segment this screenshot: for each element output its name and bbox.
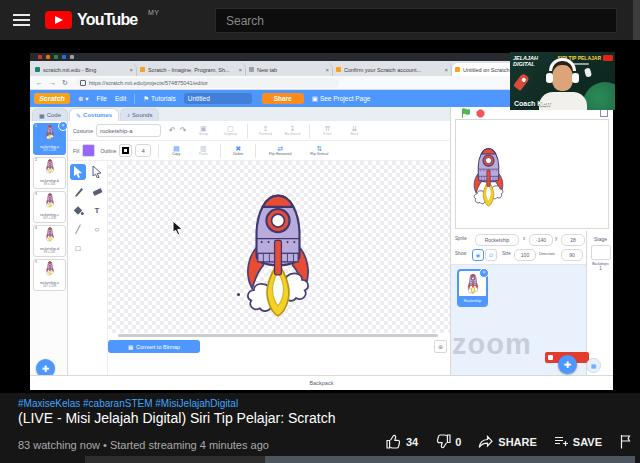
sprite-item-rocketship[interactable]: Rocketship × xyxy=(457,269,488,307)
share-button[interactable]: SHARE xyxy=(478,434,537,449)
forward-button[interactable]: ↥ Forward xyxy=(255,125,275,136)
dislike-button[interactable]: 0 xyxy=(435,434,461,449)
stop-icon[interactable] xyxy=(476,109,485,118)
costume-thumbnail xyxy=(45,227,55,242)
line-tool[interactable]: ╱ xyxy=(70,221,86,237)
costume-size: 98 x 205 xyxy=(34,183,65,186)
youtube-wordmark[interactable]: YouTube xyxy=(77,11,137,29)
flip-horizontal-button[interactable]: ⇄ Flip Horizontal xyxy=(263,145,297,156)
size-label: Size xyxy=(502,251,511,256)
rectangle-tool[interactable]: □ xyxy=(70,240,86,256)
ungroup-button[interactable]: ▢ Ungroup xyxy=(220,125,240,136)
tab-costumes[interactable]: ✎ Costumes xyxy=(69,108,119,122)
tab-close-icon[interactable]: × xyxy=(322,67,329,73)
reshape-tool[interactable] xyxy=(89,164,105,180)
delete-costume-badge[interactable]: × xyxy=(58,121,68,131)
stage-viewport[interactable] xyxy=(455,119,609,229)
search-input[interactable] xyxy=(215,8,617,33)
paint-canvas[interactable] xyxy=(108,161,450,333)
outline-color-swatch[interactable] xyxy=(119,144,132,157)
paste-button[interactable]: ▥ Paste xyxy=(193,145,213,156)
webcam-overlay: JELAJAH DIGITAL SIRI TIP PELAJAR Coach K… xyxy=(510,52,615,110)
select-tool[interactable] xyxy=(70,164,86,180)
copy-icon: ▤ xyxy=(173,145,180,152)
browser-tab-new-tab[interactable]: New tab × xyxy=(246,63,333,76)
tab-label: Sounds xyxy=(132,112,152,118)
sprite-name-input[interactable]: Rocketship xyxy=(475,234,519,246)
report-button[interactable] xyxy=(619,434,632,449)
stroke-width-input[interactable]: 4 xyxy=(135,144,151,157)
backward-button[interactable]: ↧ Backward xyxy=(282,125,302,136)
show-sprite-button[interactable]: ◉ xyxy=(472,249,484,261)
y-input[interactable]: 28 xyxy=(561,234,585,246)
delete-button[interactable]: ✖ Delete xyxy=(228,145,248,156)
flip-vertical-button[interactable]: ⇅ Flip Vertical xyxy=(304,145,334,156)
file-menu[interactable]: File xyxy=(97,95,107,102)
fullscreen-icon[interactable] xyxy=(600,109,608,117)
tab-close-icon[interactable]: × xyxy=(441,67,448,73)
back-button[interactable]: ⇊ Back xyxy=(344,125,364,136)
tab-sounds[interactable]: ♪ Sounds xyxy=(120,108,159,122)
url-omnibox[interactable]: https://scratch.mit.edu/projects/5748750… xyxy=(76,78,339,88)
canvas-zoom-control[interactable]: ⊕ xyxy=(434,340,447,353)
redo-icon[interactable]: ↷ xyxy=(180,126,187,135)
text-tool[interactable]: T xyxy=(89,202,105,218)
edit-menu[interactable]: Edit xyxy=(115,95,126,102)
delete-sprite-badge[interactable]: × xyxy=(479,268,489,278)
costume-item-2[interactable]: 2 rocketship-b 98 x 205 xyxy=(33,157,66,189)
see-project-page-link[interactable]: See Project Page xyxy=(320,95,371,102)
canvas-horizontal-scrollbar[interactable] xyxy=(118,334,438,337)
tab-close-icon[interactable]: × xyxy=(235,67,242,73)
menu-hamburger-icon[interactable] xyxy=(13,14,30,26)
backpack-bar[interactable]: Backpack xyxy=(30,375,613,390)
language-globe-icon[interactable]: ⊕ ▾ xyxy=(78,95,89,103)
back-icon[interactable]: ← xyxy=(36,79,43,86)
eraser-tool[interactable] xyxy=(89,183,105,199)
costume-number: 1 xyxy=(35,124,37,128)
fill-color-swatch[interactable] xyxy=(82,144,95,157)
size-input[interactable]: 100 xyxy=(514,249,536,261)
group-button[interactable]: ▣ Group xyxy=(193,125,213,136)
costume-item-3[interactable]: 3 rocketship-c 107 x 208 xyxy=(33,191,66,223)
undo-icon[interactable]: ↶ xyxy=(169,126,176,135)
video-player[interactable]: scratch.mit.edu - Bing × Scratch - Imagi… xyxy=(0,40,640,393)
hide-sprite-button[interactable]: ∅ xyxy=(485,249,497,261)
like-button[interactable]: 34 xyxy=(386,434,418,449)
brush-tool[interactable] xyxy=(70,183,86,199)
rocket-drawing[interactable] xyxy=(235,185,321,325)
costume-item-5[interactable]: 5 rocketship-e 107 x 208 xyxy=(33,259,66,291)
video-hashtags[interactable]: #MaxiseKelas #cabaranSTEM #MisiJelajahDi… xyxy=(18,398,238,409)
circle-tool[interactable]: ○ xyxy=(89,221,105,237)
reload-icon[interactable]: ↻ xyxy=(62,79,68,87)
x-input[interactable]: -140 xyxy=(529,234,553,246)
youtube-header: YouTube MY xyxy=(0,0,640,40)
forward-icon[interactable]: → xyxy=(49,79,56,86)
costume-item-4[interactable]: 4 rocketship-d 98 x 205 xyxy=(33,225,66,257)
front-button[interactable]: ⇈ Front xyxy=(317,125,337,136)
copy-button[interactable]: ▤ Copy xyxy=(166,145,186,156)
share-project-button[interactable]: Share xyxy=(262,93,304,104)
browser-tab-confirm-account[interactable]: Confirm your Scratch account... × xyxy=(333,63,452,76)
stage-selector[interactable]: Stage Backdrops 1 xyxy=(586,231,613,375)
tab-close-icon[interactable]: × xyxy=(126,67,133,73)
direction-input[interactable]: 90 xyxy=(561,249,583,261)
save-button[interactable]: SAVE xyxy=(554,435,602,448)
convert-to-bitmap-button[interactable]: ▦ Convert to Bitmap xyxy=(108,340,200,353)
browser-tab-scratch-home[interactable]: Scratch - Imagine, Program, Sh... × xyxy=(137,63,246,76)
video-meta: 83 watching now • Started streaming 4 mi… xyxy=(18,439,269,451)
youtube-logo-icon[interactable] xyxy=(45,11,72,29)
tab-code[interactable]: ▦ Code xyxy=(32,108,68,122)
add-sprite-button[interactable]: ✚ xyxy=(558,355,577,374)
tutorials-menu[interactable]: Tutorials xyxy=(151,95,176,102)
stage-rocket-sprite[interactable] xyxy=(468,146,509,208)
browser-tab-bing[interactable]: scratch.mit.edu - Bing × xyxy=(32,63,137,76)
costume-item-1[interactable]: 1 rocketship-a 107 x 208 × xyxy=(33,123,66,155)
tab-label: scratch.mit.edu - Bing xyxy=(43,67,96,73)
fill-tool[interactable] xyxy=(70,202,86,218)
project-name-input[interactable]: Untitled xyxy=(184,93,252,104)
costume-name-input[interactable]: rocketship-a xyxy=(96,124,161,137)
add-backdrop-button[interactable]: ▦ xyxy=(586,358,601,373)
green-flag-icon[interactable] xyxy=(461,108,470,118)
scratch-logo[interactable]: Scratch xyxy=(34,93,70,104)
headphone-earcup-left xyxy=(546,73,553,83)
